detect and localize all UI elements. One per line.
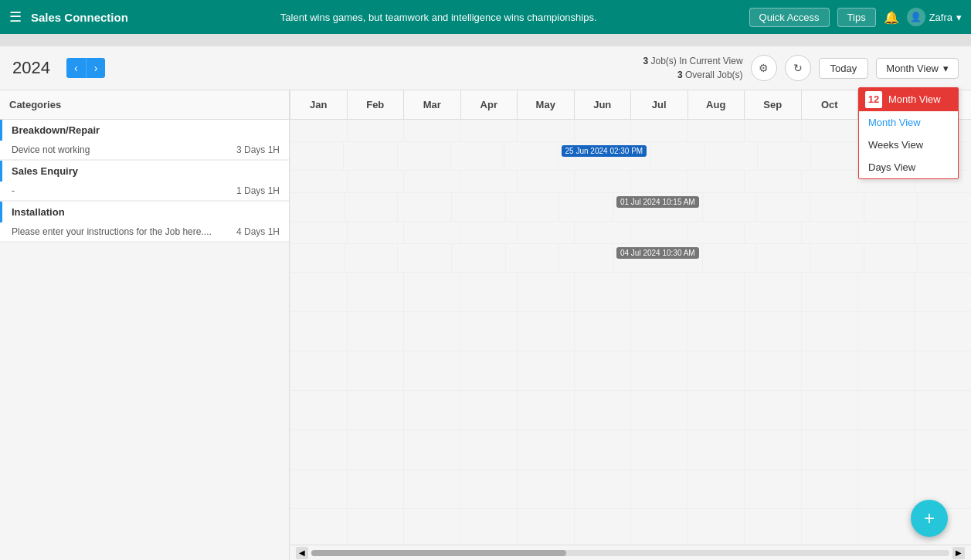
grid-empty-cell[interactable] (290, 312, 347, 351)
grid-empty-cell[interactable] (857, 509, 915, 545)
event-badge[interactable]: 25 Jun 2024 02:30 PM (562, 145, 647, 157)
grid-empty-cell[interactable] (915, 273, 972, 311)
grid-empty-cell[interactable] (574, 391, 631, 429)
grid-cell[interactable] (864, 193, 918, 221)
grid-empty-cell[interactable] (403, 509, 460, 545)
grid-empty-cell[interactable] (574, 273, 631, 311)
grid-empty-cell[interactable] (630, 351, 688, 390)
grid-empty-cell[interactable] (517, 312, 574, 351)
grid-empty-cell[interactable] (857, 351, 915, 390)
grid-empty-cell[interactable] (857, 312, 915, 351)
quick-access-button[interactable]: Quick Access (749, 8, 830, 27)
grid-empty-cell[interactable] (403, 351, 460, 390)
grid-cell[interactable] (397, 244, 451, 272)
grid-empty-cell[interactable] (688, 430, 745, 469)
month-view-button[interactable]: Month View ▾ (876, 58, 959, 79)
grid-empty-cell[interactable] (915, 430, 972, 469)
scroll-left-arrow[interactable]: ◀ (296, 547, 308, 559)
grid-empty-cell[interactable] (290, 430, 347, 469)
grid-cell[interactable] (917, 193, 971, 221)
grid-empty-cell[interactable] (290, 470, 347, 508)
prev-button[interactable]: ‹ (66, 58, 87, 78)
grid-empty-cell[interactable] (801, 273, 858, 311)
grid-cell[interactable]: 01 Jul 2024 10:15 AM (613, 193, 702, 221)
refresh-button[interactable]: ↻ (785, 55, 811, 81)
grid-cell[interactable] (397, 142, 450, 170)
grid-empty-cell[interactable] (403, 391, 460, 429)
grid-empty-cell[interactable] (347, 351, 404, 390)
grid-empty-cell[interactable] (857, 273, 915, 311)
grid-cell[interactable] (451, 193, 505, 221)
grid-empty-cell[interactable] (744, 312, 801, 351)
grid-empty-cell[interactable] (915, 351, 972, 390)
horizontal-scrollbar[interactable] (311, 550, 949, 556)
grid-cell[interactable] (755, 193, 810, 221)
grid-empty-cell[interactable] (517, 351, 574, 390)
grid-cell[interactable] (505, 193, 559, 221)
grid-empty-cell[interactable] (460, 273, 518, 311)
grid-empty-cell[interactable] (460, 351, 518, 390)
menu-icon[interactable]: ☰ (9, 8, 22, 25)
grid-empty-cell[interactable] (347, 470, 404, 508)
grid-empty-cell[interactable] (290, 273, 347, 311)
grid-empty-cell[interactable] (688, 351, 745, 390)
add-button[interactable]: + (911, 500, 948, 537)
grid-cell[interactable] (755, 244, 810, 272)
grid-empty-cell[interactable] (460, 509, 518, 545)
grid-empty-cell[interactable] (744, 391, 801, 429)
grid-empty-cell[interactable] (630, 470, 688, 508)
grid-cell[interactable] (558, 244, 613, 272)
grid-empty-cell[interactable] (630, 509, 688, 545)
grid-cell[interactable]: 04 Jul 2024 10:30 AM (613, 244, 702, 272)
grid-cell[interactable] (650, 142, 703, 170)
grid-empty-cell[interactable] (801, 430, 858, 469)
grid-empty-cell[interactable] (403, 470, 460, 508)
grid-empty-cell[interactable] (403, 273, 460, 311)
grid-empty-cell[interactable] (857, 391, 915, 429)
grid-empty-cell[interactable] (801, 351, 858, 390)
grid-empty-cell[interactable] (574, 351, 631, 390)
dropdown-item-weeks[interactable]: Weeks View (859, 134, 958, 156)
grid-empty-cell[interactable] (574, 470, 631, 508)
grid-empty-cell[interactable] (290, 351, 347, 390)
grid-empty-cell[interactable] (403, 430, 460, 469)
grid-empty-cell[interactable] (517, 430, 574, 469)
grid-empty-cell[interactable] (744, 351, 801, 390)
grid-cell[interactable] (864, 244, 918, 272)
user-menu[interactable]: 👤 Zafra ▾ (907, 8, 962, 26)
grid-empty-cell[interactable] (857, 470, 915, 508)
grid-cell[interactable] (558, 193, 613, 221)
grid-empty-cell[interactable] (688, 273, 745, 311)
grid-cell[interactable] (397, 193, 451, 221)
grid-cell[interactable] (757, 142, 810, 170)
category-item[interactable]: Please enter your instructions for the J… (0, 222, 289, 242)
grid-empty-cell[interactable] (630, 391, 688, 429)
grid-empty-cell[interactable] (347, 273, 404, 311)
grid-cell[interactable] (451, 244, 505, 272)
grid-cell[interactable] (810, 193, 864, 221)
grid-empty-cell[interactable] (630, 430, 688, 469)
grid-empty-cell[interactable] (915, 391, 972, 429)
grid-cell[interactable] (810, 142, 864, 170)
grid-empty-cell[interactable] (574, 312, 631, 351)
grid-empty-cell[interactable] (857, 430, 915, 469)
grid-cell[interactable] (290, 244, 344, 272)
grid-empty-cell[interactable] (688, 312, 745, 351)
grid-empty-cell[interactable] (517, 391, 574, 429)
grid-cell[interactable] (343, 142, 396, 170)
grid-empty-cell[interactable] (630, 312, 688, 351)
scroll-right-arrow[interactable]: ▶ (952, 547, 965, 559)
grid-cell[interactable] (505, 244, 559, 272)
grid-empty-cell[interactable] (801, 509, 858, 545)
grid-empty-cell[interactable] (744, 509, 801, 545)
grid-cell[interactable] (702, 244, 756, 272)
grid-empty-cell[interactable] (517, 509, 574, 545)
grid-empty-cell[interactable] (574, 430, 631, 469)
grid-empty-cell[interactable] (801, 470, 858, 508)
grid-empty-cell[interactable] (574, 509, 631, 545)
event-badge[interactable]: 01 Jul 2024 10:15 AM (616, 196, 699, 208)
grid-cell[interactable] (344, 193, 398, 221)
grid-cell[interactable] (704, 142, 757, 170)
grid-cell[interactable] (504, 142, 557, 170)
category-item[interactable]: -1 Days 1H (0, 182, 289, 201)
